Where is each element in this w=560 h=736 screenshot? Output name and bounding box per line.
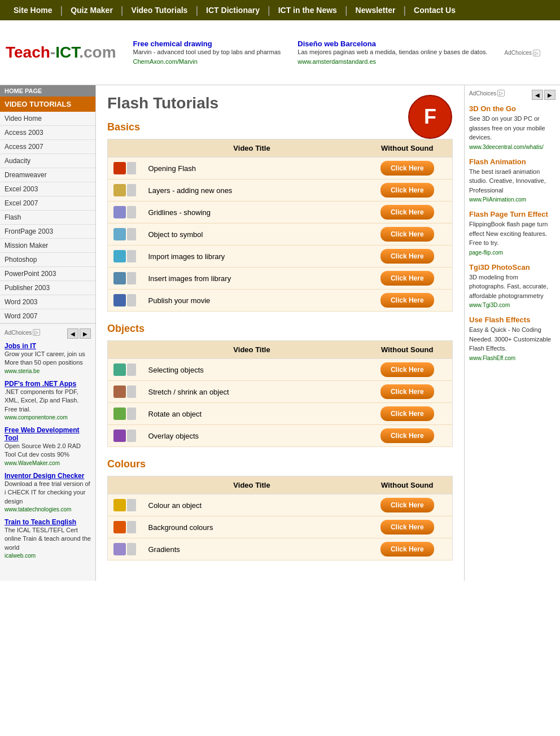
sidebar-ad-train-url[interactable]: icalweb.com (5, 553, 36, 559)
header-ad-2-url[interactable]: www.amsterdamstandard.es (298, 58, 376, 65)
right-ad-page-turn-url[interactable]: page-flip.com (469, 249, 503, 256)
sidebar-item-word2003[interactable]: Word 2003 (0, 295, 95, 309)
sidebar-item-audacity[interactable]: Audacity (0, 154, 95, 168)
sidebar-ad-pdf-desc: .NET components for PDF, XML, Excel, Zip… (5, 388, 91, 414)
sidebar-ad-jobs-title[interactable]: Jobs in IT (5, 342, 36, 350)
nav-newsletter[interactable]: Newsletter (348, 6, 404, 15)
right-prev-btn[interactable]: ◀ (532, 90, 543, 100)
objects-table: Video Title Without Sound Selecting obje… (107, 340, 453, 447)
sidebar-ad-webdev-url[interactable]: www.WaveMaker.com (5, 460, 60, 466)
sidebar-item-flash[interactable]: Flash (0, 211, 95, 225)
table-row: Selecting objectsClick Here (108, 359, 453, 381)
click-here-button[interactable]: Click Here (380, 428, 434, 443)
click-here-button[interactable]: Click Here (380, 249, 434, 264)
click-here-button[interactable]: Click Here (380, 205, 434, 220)
header-ad-1-url[interactable]: ChemAxon.com/Marvin (133, 58, 198, 65)
nav-video-tutorials[interactable]: Video Tutorials (124, 6, 196, 15)
sidebar-item-photoshop[interactable]: Photoshop (0, 253, 95, 267)
click-here-button[interactable]: Click Here (380, 271, 434, 286)
nav-site-home[interactable]: Site Home (6, 6, 60, 15)
sidebar-item-frontpage2003[interactable]: FrontPage 2003 (0, 225, 95, 239)
sidebar-next-btn[interactable]: ▶ (80, 328, 91, 339)
click-here-button[interactable]: Click Here (380, 542, 434, 557)
click-here-button[interactable]: Click Here (380, 520, 434, 535)
header-ad-1-title[interactable]: Free chemical drawing (133, 40, 212, 48)
sidebar-item-video-home[interactable]: Video Home (0, 112, 95, 126)
sidebar-item-excel2007[interactable]: Excel 2007 (0, 196, 95, 211)
header-ad-2-desc: Las mejores paginas web a medida, tienda… (298, 48, 487, 56)
right-ad-3d-title[interactable]: 3D On the Go (469, 104, 516, 113)
sidebar-ad-train: Train to Teach English The ICAL TESL/TEF… (5, 518, 91, 559)
nav-ict-news[interactable]: ICT in the News (270, 6, 345, 15)
click-here-button[interactable]: Click Here (380, 362, 434, 377)
row-icon-cell (108, 425, 142, 447)
right-ad-tgi3d-url[interactable]: www.Tgi3D.com (469, 302, 510, 308)
row-title: Layers - adding new ones (142, 179, 362, 201)
sidebar-ad-pdf-url[interactable]: www.componentone.com (5, 414, 68, 420)
sidebar-item-excel2003[interactable]: Excel 2003 (0, 182, 95, 196)
right-ad-tgi3d-desc: 3D modeling from photographs. Fast, accu… (469, 273, 555, 301)
nav-quiz-maker[interactable]: Quiz Maker (63, 6, 121, 15)
nav-ict-dictionary[interactable]: ICT Dictionary (198, 6, 268, 15)
section-basics-title: Basics (107, 121, 453, 133)
basics-col-title: Video Title (142, 139, 362, 157)
header-adchoices[interactable]: AdChoices ▷ (505, 41, 540, 65)
sidebar-item-access2003[interactable]: Access 2003 (0, 126, 95, 140)
sidebar-ad-inventor-title[interactable]: Inventor Design Checker (5, 472, 84, 480)
sidebar-adchoices[interactable]: AdChoices ▷ (5, 329, 40, 336)
flash-logo: F (408, 94, 453, 141)
row-icon-cell (108, 157, 142, 179)
right-adchoices[interactable]: AdChoices ▷ (469, 90, 505, 97)
row-btn-cell: Click Here (362, 290, 453, 312)
sidebar-item-word2007[interactable]: Word 2007 (0, 309, 95, 323)
row-title: Colour an object (142, 494, 362, 516)
row-btn-cell: Click Here (362, 403, 453, 425)
header-ad-2-title[interactable]: Diseño web Barcelona (298, 40, 376, 48)
right-ad-page-turn-title[interactable]: Flash Page Turn Effect (469, 210, 548, 218)
right-ad-3d: 3D On the Go See 3D on your 3D PC or gla… (469, 104, 555, 151)
table-row: Insert images from libraryClick Here (108, 268, 453, 290)
right-ad-flash-anim-url[interactable]: www.PiiAnimation.com (469, 196, 526, 203)
sidebar-video-tutorials[interactable]: VIDEO TUTORIALS (0, 97, 95, 112)
nav-contact-us[interactable]: Contact Us (406, 6, 463, 15)
click-here-button[interactable]: Click Here (380, 406, 434, 421)
site-logo[interactable]: Teach-ICT.com (6, 43, 116, 62)
right-ad-tgi3d-title[interactable]: Tgi3D PhotoScan (469, 263, 530, 271)
right-ad-flash-effects-title[interactable]: Use Flash Effects (469, 316, 530, 324)
right-ad-3d-url[interactable]: www.3deecentral.com/whatis/ (469, 144, 544, 150)
sidebar-item-powerpoint2003[interactable]: PowerPoint 2003 (0, 267, 95, 281)
sidebar-item-access2007[interactable]: Access 2007 (0, 140, 95, 154)
sidebar-item-mission-maker[interactable]: Mission Maker (0, 239, 95, 253)
sidebar-prev-btn[interactable]: ◀ (67, 328, 78, 339)
row-icon-cell (108, 381, 142, 403)
sidebar-ad-jobs-url[interactable]: www.steria.be (5, 368, 40, 374)
right-ad-flash-anim-title[interactable]: Flash Animation (469, 157, 526, 166)
click-here-button[interactable]: Click Here (380, 293, 434, 308)
sidebar-ad-train-title[interactable]: Train to Teach English (5, 518, 76, 526)
row-icon-cell (108, 516, 142, 538)
right-ad-flash-effects: Use Flash Effects Easy & Quick - No Codi… (469, 316, 555, 362)
sidebar-item-dreamweaver[interactable]: Dreamweaver (0, 168, 95, 182)
row-title: Gradients (142, 538, 362, 560)
row-title: Selecting objects (142, 359, 362, 381)
click-here-button[interactable]: Click Here (380, 183, 434, 198)
sidebar-ad-webdev-title[interactable]: Free Web Development Tool (5, 426, 79, 442)
row-title: Object to symbol (142, 224, 362, 246)
right-sidebar: AdChoices ▷ ◀ ▶ 3D On the Go See 3D on y… (464, 85, 560, 581)
click-here-button[interactable]: Click Here (380, 161, 434, 176)
right-ad-flash-effects-url[interactable]: www.FlashEff.com (469, 355, 515, 361)
basics-col-sound: Without Sound (362, 139, 453, 157)
sidebar-ad-inventor-url[interactable]: www.tatatechnologies.com (5, 506, 71, 512)
sidebar-home-page[interactable]: HOME PAGE (0, 85, 95, 97)
right-next-btn[interactable]: ▶ (544, 90, 555, 100)
click-here-button[interactable]: Click Here (380, 384, 434, 399)
row-title: Insert images from library (142, 268, 362, 290)
sidebar-item-publisher2003[interactable]: Publisher 2003 (0, 281, 95, 295)
row-btn-cell: Click Here (362, 516, 453, 538)
click-here-button[interactable]: Click Here (380, 227, 434, 242)
objects-col-title: Video Title (142, 341, 362, 359)
sidebar-ad-pdf-title[interactable]: PDF's from .NET Apps (5, 380, 76, 388)
click-here-button[interactable]: Click Here (380, 498, 434, 512)
right-ad-flash-anim: Flash Animation The best israeli animati… (469, 157, 555, 204)
sidebar-ad-webdev-desc: Open Source Web 2.0 RAD Tool Cut dev cos… (5, 442, 91, 459)
